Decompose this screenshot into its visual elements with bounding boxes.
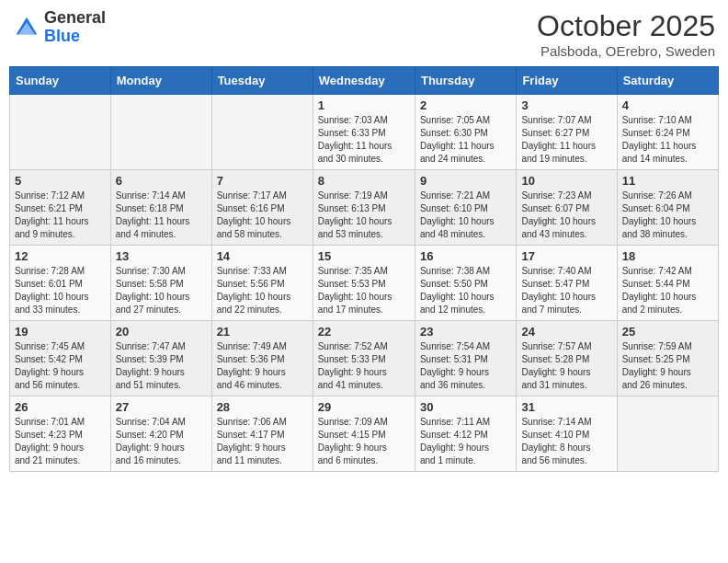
calendar-cell: 12Sunrise: 7:28 AM Sunset: 6:01 PM Dayli… — [10, 246, 111, 321]
day-number: 14 — [217, 249, 308, 263]
day-number: 22 — [318, 325, 410, 339]
day-info: Sunrise: 7:03 AM Sunset: 6:33 PM Dayligh… — [318, 114, 410, 166]
day-info: Sunrise: 7:09 AM Sunset: 4:15 PM Dayligh… — [318, 416, 410, 467]
calendar-cell: 13Sunrise: 7:30 AM Sunset: 5:58 PM Dayli… — [110, 246, 211, 321]
day-number: 24 — [521, 325, 611, 339]
day-number: 21 — [217, 325, 308, 339]
day-number: 4 — [622, 98, 713, 112]
calendar-cell — [211, 95, 313, 170]
day-number: 6 — [116, 174, 207, 188]
day-number: 29 — [318, 400, 410, 414]
calendar-cell: 17Sunrise: 7:40 AM Sunset: 5:47 PM Dayli… — [517, 246, 617, 321]
calendar-week-3: 12Sunrise: 7:28 AM Sunset: 6:01 PM Dayli… — [10, 246, 719, 321]
calendar-cell: 25Sunrise: 7:59 AM Sunset: 5:25 PM Dayli… — [617, 321, 718, 396]
logo-general-text: General — [44, 9, 106, 28]
calendar-cell: 28Sunrise: 7:06 AM Sunset: 4:17 PM Dayli… — [211, 396, 313, 472]
day-info: Sunrise: 7:38 AM Sunset: 5:50 PM Dayligh… — [420, 265, 511, 316]
day-info: Sunrise: 7:10 AM Sunset: 6:24 PM Dayligh… — [622, 114, 713, 166]
day-info: Sunrise: 7:35 AM Sunset: 5:53 PM Dayligh… — [318, 265, 410, 316]
calendar-cell — [110, 95, 211, 170]
day-number: 13 — [116, 249, 207, 263]
weekday-header-monday: Monday — [110, 67, 211, 95]
calendar-cell: 10Sunrise: 7:23 AM Sunset: 6:07 PM Dayli… — [517, 170, 617, 246]
calendar-cell: 30Sunrise: 7:11 AM Sunset: 4:12 PM Dayli… — [415, 396, 516, 472]
day-number: 17 — [521, 249, 611, 263]
weekday-header-sunday: Sunday — [10, 67, 111, 95]
calendar-table: SundayMondayTuesdayWednesdayThursdayFrid… — [9, 66, 719, 472]
weekday-header-saturday: Saturday — [617, 67, 718, 95]
calendar-cell: 23Sunrise: 7:54 AM Sunset: 5:31 PM Dayli… — [415, 321, 516, 396]
weekday-header-thursday: Thursday — [415, 67, 516, 95]
calendar-cell: 1Sunrise: 7:03 AM Sunset: 6:33 PM Daylig… — [313, 95, 415, 170]
calendar-cell: 29Sunrise: 7:09 AM Sunset: 4:15 PM Dayli… — [313, 396, 415, 472]
calendar-cell: 15Sunrise: 7:35 AM Sunset: 5:53 PM Dayli… — [313, 246, 415, 321]
calendar-cell — [10, 95, 111, 170]
calendar-cell: 6Sunrise: 7:14 AM Sunset: 6:18 PM Daylig… — [110, 170, 211, 246]
calendar-header: SundayMondayTuesdayWednesdayThursdayFrid… — [10, 67, 719, 95]
day-info: Sunrise: 7:14 AM Sunset: 4:10 PM Dayligh… — [521, 416, 611, 467]
calendar-subtitle: Palsboda, OErebro, Sweden — [537, 43, 715, 59]
day-info: Sunrise: 7:30 AM Sunset: 5:58 PM Dayligh… — [116, 265, 207, 316]
calendar-cell: 22Sunrise: 7:52 AM Sunset: 5:33 PM Dayli… — [313, 321, 415, 396]
calendar-title: October 2025 — [537, 9, 715, 43]
page-header: General Blue October 2025 Palsboda, OEre… — [9, 9, 719, 59]
day-info: Sunrise: 7:26 AM Sunset: 6:04 PM Dayligh… — [622, 190, 713, 241]
day-info: Sunrise: 7:33 AM Sunset: 5:56 PM Dayligh… — [217, 265, 308, 316]
day-info: Sunrise: 7:23 AM Sunset: 6:07 PM Dayligh… — [521, 190, 611, 241]
day-number: 10 — [521, 174, 611, 188]
day-number: 2 — [420, 98, 511, 112]
day-info: Sunrise: 7:17 AM Sunset: 6:16 PM Dayligh… — [217, 190, 308, 241]
calendar-week-1: 1Sunrise: 7:03 AM Sunset: 6:33 PM Daylig… — [10, 95, 719, 170]
calendar-cell: 31Sunrise: 7:14 AM Sunset: 4:10 PM Dayli… — [517, 396, 617, 472]
day-info: Sunrise: 7:28 AM Sunset: 6:01 PM Dayligh… — [15, 265, 106, 316]
day-number: 27 — [116, 400, 207, 414]
logo: General Blue — [13, 9, 106, 46]
calendar-cell — [617, 396, 718, 472]
calendar-cell: 7Sunrise: 7:17 AM Sunset: 6:16 PM Daylig… — [211, 170, 313, 246]
calendar-cell: 16Sunrise: 7:38 AM Sunset: 5:50 PM Dayli… — [415, 246, 516, 321]
day-info: Sunrise: 7:12 AM Sunset: 6:21 PM Dayligh… — [15, 190, 106, 241]
calendar-week-4: 19Sunrise: 7:45 AM Sunset: 5:42 PM Dayli… — [10, 321, 719, 396]
day-number: 16 — [420, 249, 511, 263]
day-number: 25 — [622, 325, 713, 339]
calendar-cell: 18Sunrise: 7:42 AM Sunset: 5:44 PM Dayli… — [617, 246, 718, 321]
logo-icon — [13, 14, 40, 41]
calendar-body: 1Sunrise: 7:03 AM Sunset: 6:33 PM Daylig… — [10, 95, 719, 472]
day-info: Sunrise: 7:07 AM Sunset: 6:27 PM Dayligh… — [521, 114, 611, 166]
day-info: Sunrise: 7:52 AM Sunset: 5:33 PM Dayligh… — [318, 340, 410, 392]
calendar-cell: 9Sunrise: 7:21 AM Sunset: 6:10 PM Daylig… — [415, 170, 516, 246]
day-number: 5 — [15, 174, 106, 188]
day-info: Sunrise: 7:40 AM Sunset: 5:47 PM Dayligh… — [521, 265, 611, 316]
day-info: Sunrise: 7:01 AM Sunset: 4:23 PM Dayligh… — [15, 416, 106, 467]
day-info: Sunrise: 7:59 AM Sunset: 5:25 PM Dayligh… — [622, 340, 713, 392]
calendar-cell: 8Sunrise: 7:19 AM Sunset: 6:13 PM Daylig… — [313, 170, 415, 246]
day-info: Sunrise: 7:14 AM Sunset: 6:18 PM Dayligh… — [116, 190, 207, 241]
day-number: 23 — [420, 325, 511, 339]
day-number: 8 — [318, 174, 410, 188]
day-number: 28 — [217, 400, 308, 414]
calendar-week-5: 26Sunrise: 7:01 AM Sunset: 4:23 PM Dayli… — [10, 396, 719, 472]
day-number: 30 — [420, 400, 511, 414]
day-info: Sunrise: 7:47 AM Sunset: 5:39 PM Dayligh… — [116, 340, 207, 392]
calendar-cell: 2Sunrise: 7:05 AM Sunset: 6:30 PM Daylig… — [415, 95, 516, 170]
logo-blue-text: Blue — [44, 28, 106, 46]
day-info: Sunrise: 7:11 AM Sunset: 4:12 PM Dayligh… — [420, 416, 511, 467]
day-info: Sunrise: 7:42 AM Sunset: 5:44 PM Dayligh… — [622, 265, 713, 316]
day-info: Sunrise: 7:57 AM Sunset: 5:28 PM Dayligh… — [521, 340, 611, 392]
day-number: 26 — [15, 400, 106, 414]
calendar-cell: 4Sunrise: 7:10 AM Sunset: 6:24 PM Daylig… — [617, 95, 718, 170]
calendar-week-2: 5Sunrise: 7:12 AM Sunset: 6:21 PM Daylig… — [10, 170, 719, 246]
calendar-cell: 19Sunrise: 7:45 AM Sunset: 5:42 PM Dayli… — [10, 321, 111, 396]
day-number: 15 — [318, 249, 410, 263]
day-info: Sunrise: 7:19 AM Sunset: 6:13 PM Dayligh… — [318, 190, 410, 241]
calendar-cell: 24Sunrise: 7:57 AM Sunset: 5:28 PM Dayli… — [517, 321, 617, 396]
weekday-header-wednesday: Wednesday — [313, 67, 415, 95]
day-number: 1 — [318, 98, 410, 112]
day-info: Sunrise: 7:54 AM Sunset: 5:31 PM Dayligh… — [420, 340, 511, 392]
day-number: 31 — [521, 400, 611, 414]
calendar-cell: 26Sunrise: 7:01 AM Sunset: 4:23 PM Dayli… — [10, 396, 111, 472]
day-info: Sunrise: 7:04 AM Sunset: 4:20 PM Dayligh… — [116, 416, 207, 467]
day-number: 7 — [217, 174, 308, 188]
calendar-cell: 3Sunrise: 7:07 AM Sunset: 6:27 PM Daylig… — [517, 95, 617, 170]
weekday-header-tuesday: Tuesday — [211, 67, 313, 95]
